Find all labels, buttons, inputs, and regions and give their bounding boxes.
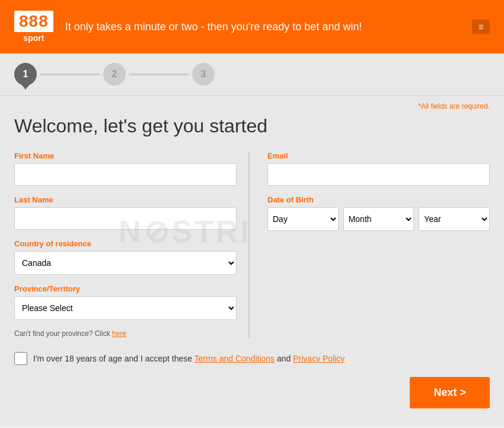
form-layout: First Name Last Name Country of residenc… (14, 151, 490, 338)
logo: 888 sport (14, 11, 53, 43)
icon-symbol: ☰ (479, 24, 484, 30)
header-icon: ☰ (472, 20, 490, 34)
logo-text: 888 (14, 11, 53, 32)
header: 888 sport It only takes a minute or two … (0, 0, 504, 53)
dob-day-select[interactable]: Day for(let i=1;i<=31;i++) document.writ… (267, 207, 339, 231)
step-line-1 (40, 74, 100, 75)
province-label: Province/Territory (14, 284, 237, 293)
steps-bar: 1 2 3 (0, 53, 504, 96)
first-name-group: First Name (14, 151, 237, 186)
step-line-2 (129, 74, 189, 75)
province-group: Province/Territory Please Select Alberta… (14, 284, 237, 320)
country-select[interactable]: Canada (14, 251, 237, 275)
terms-text: I'm over 18 years of age and I accept th… (33, 354, 344, 363)
next-btn-row: Next > (14, 377, 490, 408)
country-label: Country of residence (14, 239, 237, 248)
logo-subtext: sport (14, 33, 53, 43)
form-col-right: Email Date of Birth Day for(let i=1;i<=3… (250, 151, 490, 338)
welcome-title: Welcome, let's get you started (14, 115, 490, 137)
last-name-input[interactable] (14, 207, 237, 230)
dob-label: Date of Birth (267, 195, 490, 204)
cant-find-link[interactable]: here (112, 329, 126, 338)
step-2[interactable]: 2 (103, 63, 126, 85)
last-name-group: Last Name (14, 195, 237, 230)
first-name-label: First Name (14, 151, 237, 160)
cant-find-text: Can't find your province? Click here (14, 329, 237, 338)
last-name-label: Last Name (14, 195, 237, 204)
email-input[interactable] (267, 163, 490, 186)
terms-link[interactable]: Terms and Conditions (194, 354, 275, 363)
step-3[interactable]: 3 (192, 63, 215, 85)
form-col-left: First Name Last Name Country of residenc… (14, 151, 250, 338)
step-1[interactable]: 1 (14, 63, 37, 85)
dob-group: Date of Birth Day for(let i=1;i<=31;i++)… (267, 195, 490, 231)
email-label: Email (267, 151, 490, 160)
dob-row: Day for(let i=1;i<=31;i++) document.writ… (267, 207, 490, 231)
privacy-link[interactable]: Privacy Policy (293, 354, 344, 363)
terms-checkbox[interactable] (14, 352, 27, 365)
required-note: *All fields are required. (14, 102, 490, 110)
dob-year-select[interactable]: Year 20052004200320022001200019991998199… (419, 207, 490, 231)
header-tagline: It only takes a minute or two - then you… (65, 21, 472, 33)
dob-month-select[interactable]: Month January February March April May J… (343, 207, 414, 231)
terms-row: I'm over 18 years of age and I accept th… (14, 352, 490, 365)
main-content: *All fields are required. Welcome, let's… (0, 96, 504, 426)
province-select[interactable]: Please Select Alberta British Columbia M… (14, 296, 237, 320)
next-button[interactable]: Next > (410, 377, 490, 408)
first-name-input[interactable] (14, 163, 237, 186)
email-group: Email (267, 151, 490, 186)
country-group: Country of residence Canada (14, 239, 237, 275)
